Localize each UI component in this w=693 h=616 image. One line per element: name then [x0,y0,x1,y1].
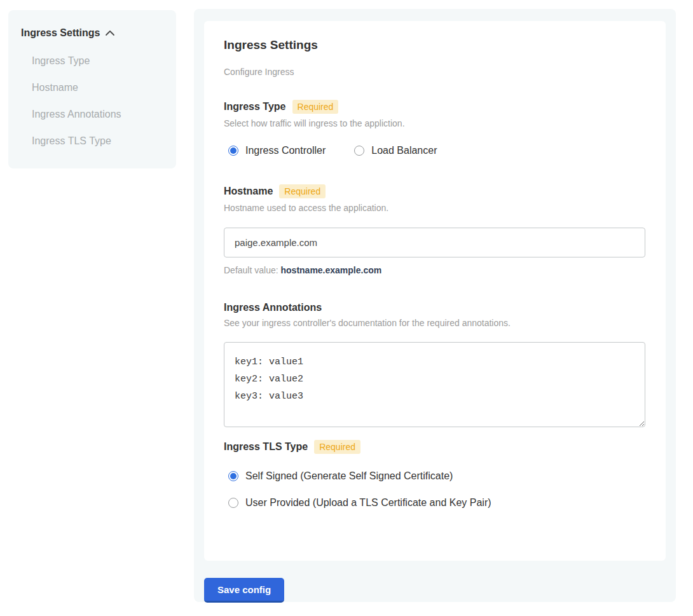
radio-label: Load Balancer [371,145,437,156]
ingress-type-help: Select how traffic will ingress to the a… [224,118,645,128]
radio-label: User Provided (Upload a TLS Certificate … [245,497,491,509]
config-card: Ingress Settings Configure Ingress Ingre… [204,21,666,561]
default-value-prefix: Default value: [224,265,281,275]
radio-button-icon[interactable] [228,146,238,156]
ingress-tls-type-label: Ingress TLS Type [224,441,308,453]
hostname-input[interactable] [224,228,645,257]
section-ingress-tls-type: Ingress TLS Type Required Self Signed (G… [224,440,645,509]
hostname-default-line: Default value: hostname.example.com [224,265,645,275]
sidebar-item-ingress-type[interactable]: Ingress Type [32,55,163,67]
section-ingress-annotations: Ingress Annotations See your ingress con… [224,302,645,427]
default-value-text: hostname.example.com [281,265,382,275]
page-subtitle: Configure Ingress [224,67,645,77]
ingress-type-radio-group: Ingress Controller Load Balancer [224,145,645,156]
save-config-button[interactable]: Save config [204,578,284,603]
config-main-panel: Ingress Settings Configure Ingress Ingre… [194,9,676,602]
ingress-tls-type-radio-group: Self Signed (Generate Self Signed Certif… [224,470,645,509]
page-title: Ingress Settings [224,38,645,52]
required-badge: Required [292,100,339,114]
radio-self-signed[interactable]: Self Signed (Generate Self Signed Certif… [228,470,645,482]
radio-label: Ingress Controller [245,145,326,156]
sidebar-item-ingress-tls-type[interactable]: Ingress TLS Type [32,135,163,147]
config-nav-sidebar: Ingress Settings Ingress Type Hostname I… [8,10,176,168]
hostname-label: Hostname [224,186,273,197]
section-hostname: Hostname Required Hostname used to acces… [224,184,645,275]
radio-load-balancer[interactable]: Load Balancer [354,145,437,156]
hostname-help: Hostname used to access the application. [224,203,645,213]
radio-button-icon[interactable] [228,498,238,508]
ingress-type-label: Ingress Type [224,101,286,113]
ingress-annotations-help: See your ingress controller's documentat… [224,318,645,328]
section-ingress-type: Ingress Type Required Select how traffic… [224,100,645,156]
sidebar-item-hostname[interactable]: Hostname [32,82,163,93]
sidebar-item-list: Ingress Type Hostname Ingress Annotation… [21,55,163,147]
sidebar-item-ingress-annotations[interactable]: Ingress Annotations [32,109,163,120]
sidebar-group-ingress-settings[interactable]: Ingress Settings [21,27,163,39]
radio-user-provided[interactable]: User Provided (Upload a TLS Certificate … [228,497,645,509]
radio-button-icon[interactable] [354,146,364,156]
sidebar-group-label: Ingress Settings [21,27,100,39]
ingress-annotations-textarea[interactable]: key1: value1 key2: value2 key3: value3 [224,342,645,427]
radio-button-icon[interactable] [228,471,238,481]
ingress-annotations-label: Ingress Annotations [224,302,322,313]
required-badge: Required [314,440,360,454]
radio-label: Self Signed (Generate Self Signed Certif… [245,470,453,482]
chevron-up-icon [105,30,115,36]
radio-ingress-controller[interactable]: Ingress Controller [228,145,326,156]
required-badge: Required [279,184,326,198]
